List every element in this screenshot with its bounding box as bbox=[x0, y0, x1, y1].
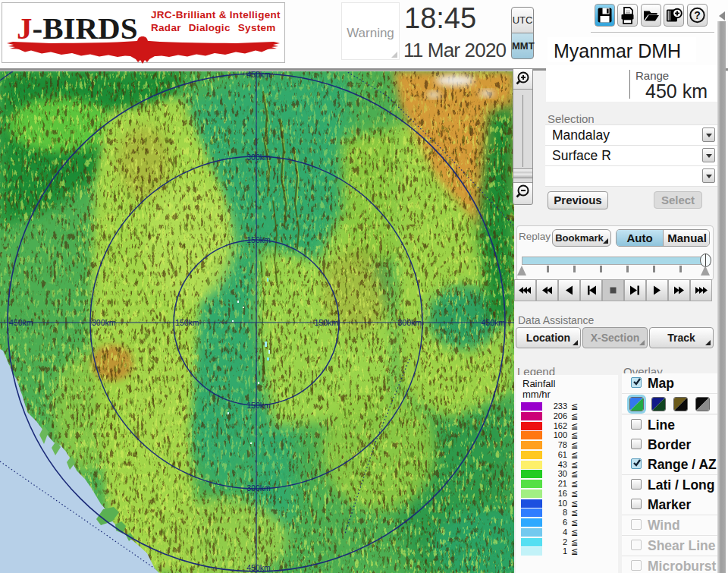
svg-text:150km: 150km bbox=[246, 401, 271, 410]
svg-text:300km: 300km bbox=[246, 483, 271, 493]
svg-text:450km: 450km bbox=[481, 318, 505, 327]
svg-text:300km: 300km bbox=[92, 318, 116, 327]
svg-text:150km: 150km bbox=[175, 318, 199, 327]
svg-text:150km: 150km bbox=[314, 318, 338, 327]
svg-text:450km: 450km bbox=[246, 563, 271, 572]
svg-text:450km: 450km bbox=[246, 71, 271, 79]
svg-text:150km: 150km bbox=[246, 235, 271, 244]
svg-text:?: ? bbox=[694, 9, 701, 21]
svg-text:450km: 450km bbox=[9, 318, 33, 327]
svg-text:300km: 300km bbox=[246, 153, 271, 162]
svg-text:300km: 300km bbox=[397, 318, 422, 327]
